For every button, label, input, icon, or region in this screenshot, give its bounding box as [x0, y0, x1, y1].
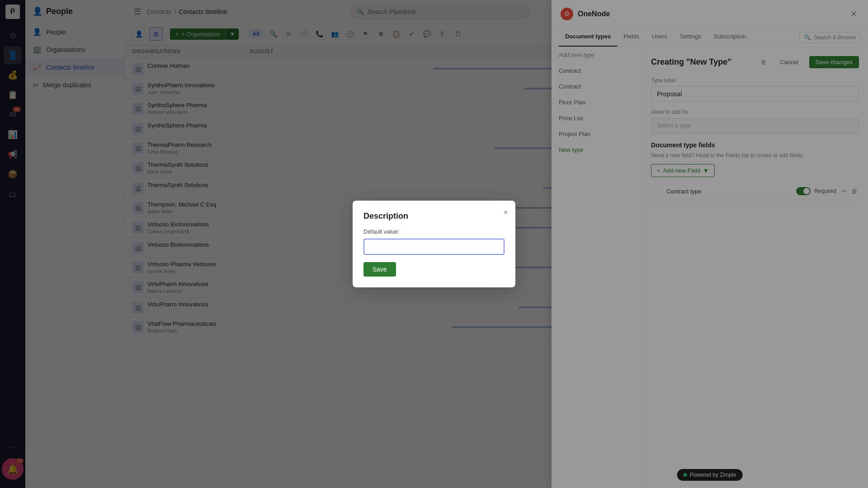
modal-close-btn[interactable]: ×: [503, 208, 508, 217]
modal-default-value-input[interactable]: [363, 239, 505, 255]
description-modal: Description × Default value: Save: [353, 201, 515, 287]
modal-backdrop[interactable]: Description × Default value: Save: [0, 0, 868, 488]
modal-title: Description: [363, 211, 505, 221]
modal-field-label: Default value:: [363, 228, 505, 235]
modal-save-btn[interactable]: Save: [363, 262, 396, 277]
